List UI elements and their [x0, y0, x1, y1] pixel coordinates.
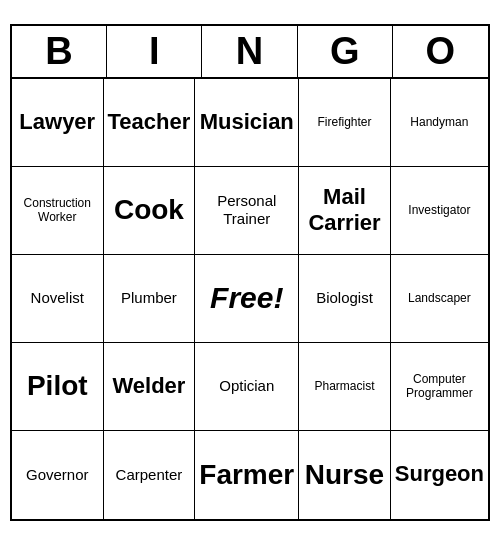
bingo-cell: Musician: [195, 79, 299, 167]
cell-label: Nurse: [305, 458, 384, 492]
bingo-cell: Construction Worker: [12, 167, 104, 255]
bingo-cell: Landscaper: [391, 255, 488, 343]
bingo-letter: G: [298, 26, 393, 77]
cell-label: Welder: [112, 373, 185, 399]
bingo-letter: I: [107, 26, 202, 77]
bingo-cell: Surgeon: [391, 431, 488, 519]
bingo-cell: Nurse: [299, 431, 391, 519]
bingo-cell: Governor: [12, 431, 104, 519]
bingo-header: BINGO: [12, 26, 488, 79]
cell-label: Pilot: [27, 369, 88, 403]
bingo-letter: O: [393, 26, 488, 77]
cell-label: Farmer: [199, 458, 294, 492]
bingo-letter: N: [202, 26, 297, 77]
bingo-cell: Novelist: [12, 255, 104, 343]
cell-label: Cook: [114, 193, 184, 227]
cell-label: Carpenter: [116, 466, 183, 484]
bingo-cell: Biologist: [299, 255, 391, 343]
cell-label: Construction Worker: [16, 196, 99, 225]
cell-label: Free!: [210, 280, 283, 316]
bingo-cell: Investigator: [391, 167, 488, 255]
cell-label: Plumber: [121, 289, 177, 307]
bingo-cell: Computer Programmer: [391, 343, 488, 431]
cell-label: Musician: [200, 109, 294, 135]
bingo-cell: Welder: [104, 343, 196, 431]
cell-label: Mail Carrier: [303, 184, 386, 237]
bingo-cell: Lawyer: [12, 79, 104, 167]
bingo-cell: Plumber: [104, 255, 196, 343]
cell-label: Computer Programmer: [395, 372, 484, 401]
cell-label: Lawyer: [19, 109, 95, 135]
cell-label: Landscaper: [408, 291, 471, 305]
bingo-cell: Carpenter: [104, 431, 196, 519]
bingo-cell: Farmer: [195, 431, 299, 519]
cell-label: Surgeon: [395, 461, 484, 487]
bingo-card: BINGO LawyerTeacherMusicianFirefighterHa…: [10, 24, 490, 521]
cell-label: Personal Trainer: [199, 192, 294, 228]
bingo-cell: Free!: [195, 255, 299, 343]
bingo-cell: Pilot: [12, 343, 104, 431]
cell-label: Teacher: [108, 109, 191, 135]
cell-label: Novelist: [31, 289, 84, 307]
bingo-grid: LawyerTeacherMusicianFirefighterHandyman…: [12, 79, 488, 519]
bingo-cell: Handyman: [391, 79, 488, 167]
bingo-cell: Pharmacist: [299, 343, 391, 431]
bingo-cell: Mail Carrier: [299, 167, 391, 255]
bingo-cell: Teacher: [104, 79, 196, 167]
cell-label: Governor: [26, 466, 89, 484]
bingo-cell: Cook: [104, 167, 196, 255]
bingo-cell: Optician: [195, 343, 299, 431]
bingo-cell: Firefighter: [299, 79, 391, 167]
cell-label: Investigator: [408, 203, 470, 217]
cell-label: Optician: [219, 377, 274, 395]
bingo-cell: Personal Trainer: [195, 167, 299, 255]
cell-label: Firefighter: [317, 115, 371, 129]
cell-label: Biologist: [316, 289, 373, 307]
bingo-letter: B: [12, 26, 107, 77]
cell-label: Handyman: [410, 115, 468, 129]
cell-label: Pharmacist: [314, 379, 374, 393]
